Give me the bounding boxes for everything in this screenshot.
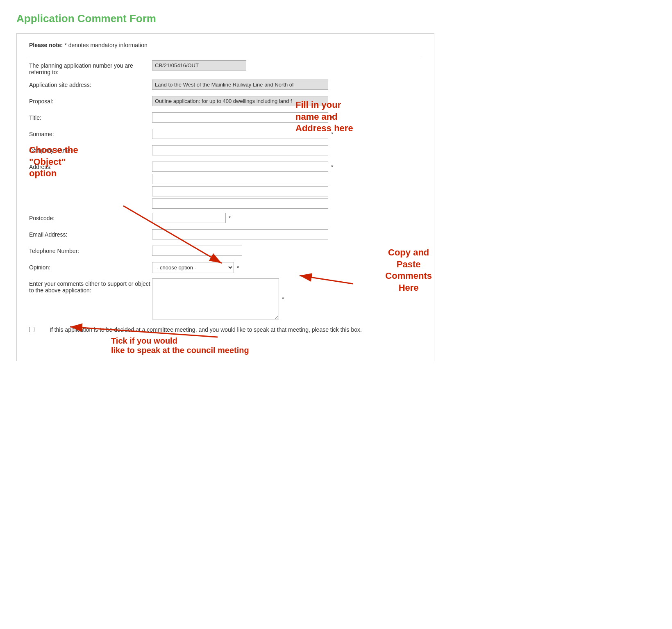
committee-label: If this application is to be decided at … — [50, 326, 422, 334]
application-number-row: The planning application number you are … — [29, 60, 422, 75]
title-row: Title: * — [29, 112, 422, 125]
application-number-input-area — [152, 60, 422, 71]
company-name-row: Company Name: — [29, 145, 422, 157]
address-line-2[interactable] — [152, 174, 328, 184]
telephone-input-area — [152, 246, 422, 256]
postcode-required-star: * — [229, 215, 231, 221]
comments-input-area: * — [152, 278, 422, 319]
title-input[interactable] — [152, 112, 328, 123]
application-number-input — [152, 60, 246, 71]
postcode-row: Postcode: * — [29, 213, 422, 225]
address-lines: * — [152, 162, 333, 209]
checkbox-col — [29, 326, 50, 333]
opinion-required-star: * — [237, 264, 239, 271]
note-bold: Please note: — [29, 42, 63, 48]
proposal-input-area — [152, 96, 422, 106]
title-input-area: * — [152, 112, 422, 123]
surname-label: Surname: — [29, 129, 152, 137]
tick-annotation-area: Tick if you wouldlike to speak at the co… — [29, 336, 422, 353]
committee-checkbox[interactable] — [29, 327, 34, 332]
note-bar: Please note: * denotes mandatory informa… — [29, 42, 422, 48]
committee-row: If this application is to be decided at … — [29, 326, 422, 334]
title-label: Title: — [29, 112, 152, 121]
proposal-label: Proposal: — [29, 96, 152, 105]
page-title: Application Comment Form — [16, 12, 434, 25]
comments-label: Enter your comments either to support or… — [29, 278, 152, 294]
surname-required-star: * — [331, 131, 333, 137]
title-required-star: * — [331, 114, 333, 121]
postcode-input-area: * — [152, 213, 422, 223]
address-line-3[interactable] — [152, 186, 328, 196]
postcode-input[interactable] — [152, 213, 226, 223]
telephone-input[interactable] — [152, 246, 242, 256]
address-line-4[interactable] — [152, 198, 328, 209]
application-number-label: The planning application number you are … — [29, 60, 152, 75]
comments-textarea[interactable] — [152, 278, 279, 319]
telephone-label: Telephone Number: — [29, 246, 152, 254]
address-input-area: * — [152, 162, 422, 209]
surname-input[interactable] — [152, 129, 328, 139]
comments-row: Enter your comments either to support or… — [29, 278, 422, 319]
telephone-row: Telephone Number: — [29, 246, 422, 258]
surname-row: Surname: * — [29, 129, 422, 141]
opinion-row: Opinion: - choose option - Support Objec… — [29, 262, 422, 274]
address-label: Address: — [29, 162, 152, 170]
address-required-star: * — [331, 164, 333, 170]
opinion-label: Opinion: — [29, 262, 152, 271]
company-name-label: Company Name: — [29, 145, 152, 154]
address-row: Address: * — [29, 162, 422, 209]
email-input[interactable] — [152, 229, 328, 239]
site-address-input — [152, 80, 328, 90]
site-address-row: Application site address: — [29, 80, 422, 92]
form-container: Fill in yourname andAddress here Choose … — [16, 33, 434, 361]
opinion-input-area: - choose option - Support Object Neutral… — [152, 262, 422, 273]
comments-required-star: * — [282, 296, 284, 302]
note-text: * denotes mandatory information — [64, 42, 147, 48]
surname-input-area: * — [152, 129, 422, 139]
proposal-input — [152, 96, 328, 106]
company-name-input[interactable] — [152, 145, 328, 155]
email-input-area — [152, 229, 422, 239]
company-name-input-area — [152, 145, 422, 155]
proposal-row: Proposal: — [29, 96, 422, 108]
opinion-select[interactable]: - choose option - Support Object Neutral — [152, 262, 234, 273]
site-address-label: Application site address: — [29, 80, 152, 88]
address-line-1[interactable] — [152, 162, 328, 172]
email-row: Email Address: — [29, 229, 422, 242]
site-address-input-area — [152, 80, 422, 90]
email-label: Email Address: — [29, 229, 152, 238]
postcode-label: Postcode: — [29, 213, 152, 221]
annotation-tick: Tick if you wouldlike to speak at the co… — [111, 336, 249, 355]
